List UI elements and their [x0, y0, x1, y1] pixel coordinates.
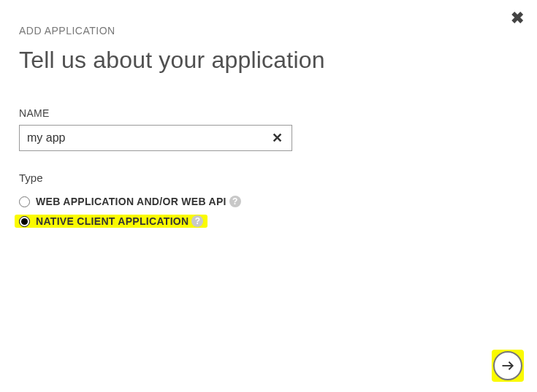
type-options: WEB APPLICATION AND/OR WEB API ? NATIVE … — [19, 196, 518, 235]
option-web-app-label[interactable]: WEB APPLICATION AND/OR WEB API — [36, 196, 226, 207]
add-application-wizard: ✖ ADD APPLICATION Tell us about your app… — [0, 0, 537, 392]
next-button[interactable] — [493, 351, 522, 380]
option-web-app: WEB APPLICATION AND/OR WEB API ? — [19, 196, 518, 207]
option-native-client-label[interactable]: NATIVE CLIENT APPLICATION — [36, 215, 188, 227]
radio-native-client[interactable] — [19, 216, 30, 227]
name-input-wrapper: ✕ — [19, 125, 292, 151]
page-title: Tell us about your application — [19, 47, 518, 74]
option-native-client: NATIVE CLIENT APPLICATION ? — [15, 215, 207, 228]
name-input[interactable] — [20, 126, 263, 150]
help-icon[interactable]: ? — [191, 215, 203, 227]
radio-web-app[interactable] — [19, 196, 30, 207]
name-label: NAME — [19, 107, 518, 119]
help-icon[interactable]: ? — [229, 196, 241, 207]
close-icon[interactable]: ✖ — [511, 9, 524, 28]
arrow-right-icon — [501, 359, 514, 372]
clear-input-icon[interactable]: ✕ — [263, 130, 292, 146]
next-button-highlight — [492, 350, 524, 382]
breadcrumb: ADD APPLICATION — [19, 25, 518, 36]
type-label: Type — [19, 172, 518, 184]
